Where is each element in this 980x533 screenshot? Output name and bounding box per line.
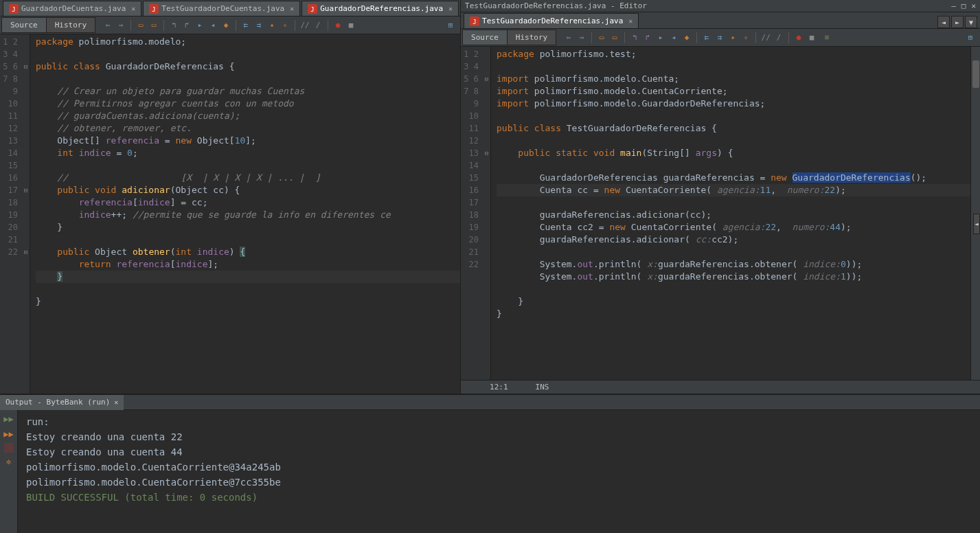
tab-guardador-cuentas[interactable]: J GuardadorDeCuentas.java ✕ [3,1,141,16]
stop-icon[interactable]: ■ [806,32,817,43]
highlight-icon[interactable]: ◆ [220,20,231,31]
tab-label: GuardadorDeReferencias.java [320,4,443,13]
shift-left-icon[interactable]: ⇇ [701,32,712,43]
close-icon[interactable]: ✕ [114,398,118,406]
history-button[interactable]: History [47,18,95,32]
code-content[interactable]: package polimorfismo.modelo; public clas… [30,34,460,394]
left-editor-pane: J GuardadorDeCuentas.java ✕ J TestGuarda… [0,0,461,394]
tab-label: TestGuardadorDeReferencias.java [482,16,623,25]
expand-icon[interactable]: ⊞ [445,20,456,31]
select-icon[interactable]: ▭ [596,32,607,43]
maximize-icon[interactable]: □ [961,1,966,10]
tab-test-guardador-cuentas[interactable]: J TestGuardadorDeCuentas.java ✕ [143,1,300,16]
tab-test-guardador-referencias[interactable]: J TestGuardadorDeReferencias.java ✕ [464,13,639,28]
nav-prev-icon[interactable]: ◄ [937,16,950,28]
line-gutter: 1 2 3 4 5 6 7 8 9 10 11 12 13 14 15 16 1… [0,34,22,394]
history-button[interactable]: History [508,30,556,45]
tab-label: TestGuardadorDeCuentas.java [161,4,284,13]
minimize-icon[interactable]: — [951,1,956,10]
insert-mode: INS [536,383,549,392]
code-content[interactable]: package polimorfismo.test; import polimo… [491,47,970,380]
tab-guardador-referencias[interactable]: J GuardadorDeReferencias.java ✕ [301,1,459,16]
close-window-icon[interactable]: ✕ [971,1,976,10]
mark-icon[interactable]: ▸ [655,32,666,43]
record-icon[interactable]: ● [332,20,343,31]
rerun-icon[interactable]: ▶▶ [3,413,15,425]
bars-icon[interactable]: ≡ [821,32,832,43]
uncomment-icon[interactable]: / [773,32,784,43]
output-tab-label: Output - ByteBank (run) [5,398,110,407]
ref2-icon[interactable]: ✧ [280,20,290,31]
stop-icon[interactable]: ■ [345,20,356,31]
close-icon[interactable]: ✕ [448,5,453,12]
record-icon[interactable]: ● [793,32,804,43]
cursor-position: 12:1 [490,383,508,392]
shift-right-icon[interactable]: ⇉ [253,20,264,31]
java-file-icon: J [149,4,159,14]
java-file-icon: J [308,4,317,14]
window-title: TestGuardadorDeReferencias.java - Editor [465,1,647,10]
stop-output-icon[interactable] [4,443,14,453]
ref-icon[interactable]: ✦ [727,32,738,43]
left-code-editor[interactable]: 1 2 3 4 5 6 7 8 9 10 11 12 13 14 15 16 1… [0,34,460,394]
select2-icon[interactable]: ▭ [609,32,620,43]
mark2-icon[interactable]: ◂ [668,32,679,43]
select2-icon[interactable]: ▭ [148,20,159,31]
java-file-icon: J [470,16,479,26]
find-next-icon[interactable]: ↱ [181,20,192,31]
output-tab[interactable]: Output - ByteBank (run) ✕ [0,395,124,410]
side-handle-icon[interactable]: ◄ [973,214,980,234]
expand-icon[interactable]: ⊞ [965,32,976,43]
right-code-editor[interactable]: 1 2 3 4 5 6 7 8 9 10 11 12 13 14 15 16 1… [461,47,980,380]
left-editor-toolbar: Source History ⇐ ⇒ ▭ ▭ ↰ ↱ ▸ ◂ ◆ ⇇ [0,16,460,34]
output-text[interactable]: run:Estoy creando una cuenta 22Estoy cre… [18,410,980,533]
output-sidebar: ▶▶ ▶▶ ✲ [0,410,18,533]
java-file-icon: J [9,4,19,14]
run-icon[interactable]: ▶▶ [3,428,15,440]
source-button[interactable]: Source [2,18,47,32]
fold-gutter: ⊟⊟ [483,47,491,380]
select-icon[interactable]: ▭ [135,20,146,31]
find-prev-icon[interactable]: ↰ [629,32,640,43]
right-tab-bar: J TestGuardadorDeReferencias.java ✕ ◄ ► … [461,12,980,29]
nav-fwd-icon[interactable]: ⇒ [115,20,126,31]
close-icon[interactable]: ✕ [628,17,633,25]
close-icon[interactable]: ✕ [131,5,135,12]
shift-right-icon[interactable]: ⇉ [714,32,725,43]
mark-icon[interactable]: ▸ [194,20,205,31]
close-icon[interactable]: ✕ [290,5,294,12]
svg-text:J: J [311,5,315,12]
right-editor-toolbar: Source History ⇐ ⇒ ▭ ▭ ↰ ↱ ▸ ◂ ◆ ⇇ [461,29,980,47]
line-gutter: 1 2 3 4 5 6 7 8 9 10 11 12 13 14 15 16 1… [461,47,483,380]
left-tab-bar: J GuardadorDeCuentas.java ✕ J TestGuarda… [0,0,460,16]
mark2-icon[interactable]: ◂ [207,20,218,31]
ref2-icon[interactable]: ✧ [740,32,751,43]
comment-icon[interactable]: // [299,20,310,31]
right-editor-window: TestGuardadorDeReferencias.java - Editor… [461,0,980,394]
nav-fwd-icon[interactable]: ⇒ [576,32,587,43]
uncomment-icon[interactable]: / [312,20,323,31]
status-bar: 12:1 INS [461,380,980,394]
shift-left-icon[interactable]: ⇇ [240,20,251,31]
comment-icon[interactable]: // [760,32,771,43]
fold-gutter: ⊟⊟⊟ [22,34,30,394]
svg-text:J: J [152,5,156,12]
find-prev-icon[interactable]: ↰ [168,20,179,31]
nav-next-icon[interactable]: ► [951,16,964,28]
find-next-icon[interactable]: ↱ [642,32,653,43]
svg-text:J: J [12,5,15,12]
settings-icon[interactable]: ✲ [3,455,15,468]
ref-icon[interactable]: ✦ [266,20,277,31]
nav-dropdown-icon[interactable]: ▼ [965,16,977,28]
output-panel: Output - ByteBank (run) ✕ ▶▶ ▶▶ ✲ run:Es… [0,394,980,533]
svg-text:J: J [472,18,476,25]
highlight-icon[interactable]: ◆ [681,32,692,43]
nav-back-icon[interactable]: ⇐ [563,32,574,43]
nav-back-icon[interactable]: ⇐ [102,20,113,31]
output-tab-bar: Output - ByteBank (run) ✕ [0,395,980,410]
window-title-bar[interactable]: TestGuardadorDeReferencias.java - Editor… [461,0,980,12]
tab-label: GuardadorDeCuentas.java [21,4,126,13]
source-button[interactable]: Source [463,30,508,45]
scroll-thumb[interactable] [972,60,979,88]
